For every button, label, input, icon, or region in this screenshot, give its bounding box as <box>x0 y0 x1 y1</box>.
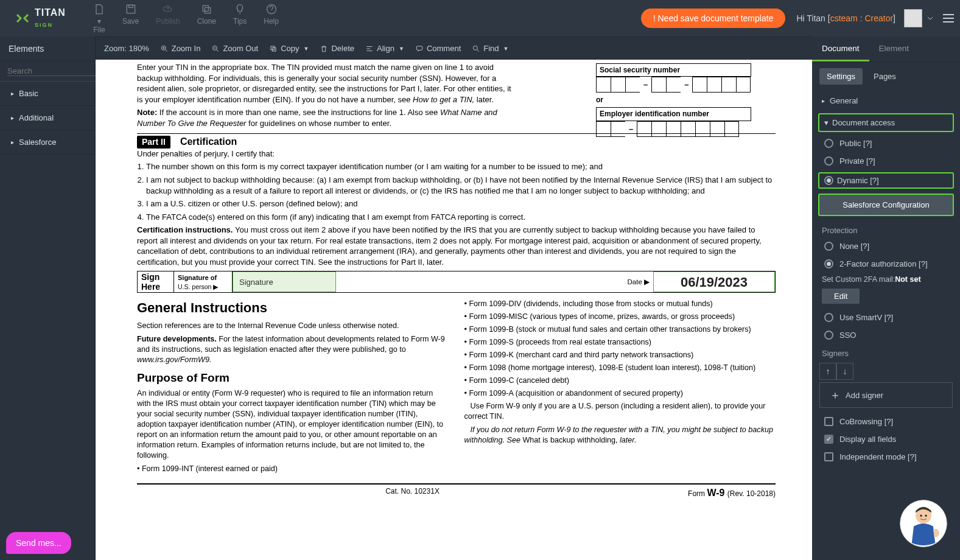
form-list: Form 1099-DIV (dividends, including thos… <box>464 299 776 399</box>
svg-rect-9 <box>272 47 276 51</box>
help-button[interactable]: Help <box>264 3 279 34</box>
display-all-fields-check[interactable]: ✓Display all fields <box>812 430 960 448</box>
find-button[interactable]: Find▼ <box>472 44 508 53</box>
purpose-heading: Purpose of Form <box>137 370 449 386</box>
signer-up[interactable]: ↑ <box>819 363 836 380</box>
menu-button[interactable] <box>943 14 954 23</box>
logo-icon <box>15 11 30 26</box>
tab-element[interactable]: Element <box>869 37 919 61</box>
user-caret-icon[interactable] <box>927 15 933 21</box>
elements-title: Elements <box>0 37 95 61</box>
svg-rect-3 <box>205 7 211 13</box>
pages-subtab[interactable]: Pages <box>866 68 903 85</box>
edit-2fa-button[interactable]: Edit <box>822 289 860 304</box>
signature-row: Sign Here Signature ofU.S. person ▶ Sign… <box>137 271 776 293</box>
settings-subtab[interactable]: Settings <box>819 68 863 85</box>
sidebar-item-additional[interactable]: ▸Additional <box>0 106 95 130</box>
zoom-out-button[interactable]: Zoom Out <box>211 44 258 53</box>
use-smartv[interactable]: Use SmartV [?] <box>812 309 960 326</box>
search-input[interactable] <box>7 66 110 76</box>
section-general[interactable]: ▸General <box>812 91 960 111</box>
access-dynamic[interactable]: Dynamic [?] <box>818 172 954 189</box>
avatar[interactable] <box>904 9 922 27</box>
ssn-section: Social security number –– or Employer id… <box>596 63 751 137</box>
elements-search[interactable] <box>0 61 95 82</box>
add-signer-button[interactable]: ＋Add signer <box>819 382 953 408</box>
custom-2fa-label: Set Custom 2FA mail:Not set <box>812 273 960 286</box>
sidebar-item-basic[interactable]: ▸Basic <box>0 82 95 106</box>
publish-label: Publish <box>156 17 180 26</box>
tips-button[interactable]: Tips <box>233 3 247 34</box>
copy-button[interactable]: Copy▼ <box>269 44 309 53</box>
tin-paragraph: Enter your TIN in the appropriate box. T… <box>137 62 517 105</box>
salesforce-config-button[interactable]: Salesforce Configuration <box>818 194 954 216</box>
chat-bubble[interactable]: Send mes... <box>6 532 71 554</box>
zoom-indicator: Zoom: 180% <box>104 44 149 53</box>
svg-rect-0 <box>127 5 135 13</box>
independent-mode-check[interactable]: Independent mode [?] <box>812 448 960 466</box>
signers-heading: Signers <box>812 344 960 360</box>
mascot-icon[interactable] <box>899 499 948 548</box>
delete-button[interactable]: Delete <box>320 44 354 53</box>
protection-none[interactable]: None [?] <box>812 237 960 255</box>
protection-2fa[interactable]: 2-Factor authorization [?] <box>812 255 960 273</box>
access-public[interactable]: Public [?] <box>812 135 960 152</box>
svg-rect-8 <box>271 46 275 49</box>
cobrowsing-check[interactable]: CoBrowsing [?] <box>812 413 960 430</box>
user-greeting: Hi Titan [csteam : Creator] <box>796 13 895 23</box>
perjury-line: Under penalties of perjury, I certify th… <box>137 149 776 159</box>
sso-option[interactable]: SSO <box>812 326 960 344</box>
save-button[interactable]: Save <box>122 3 139 34</box>
tips-label: Tips <box>233 17 247 26</box>
align-button[interactable]: Align▼ <box>365 44 404 53</box>
sidebar-item-salesforce[interactable]: ▸Salesforce <box>0 130 95 155</box>
certification-list: The number shown on this form is my corr… <box>137 161 776 222</box>
publish-button[interactable]: Publish <box>156 3 180 34</box>
help-label: Help <box>264 17 279 26</box>
clone-label: Clone <box>197 17 216 26</box>
svg-point-15 <box>925 515 927 517</box>
zoom-in-button[interactable]: Zoom In <box>160 44 201 53</box>
document-canvas[interactable]: Enter your TIN in the appropriate box. T… <box>96 60 812 560</box>
logo[interactable]: TITANSIGN <box>6 7 75 29</box>
signer-down[interactable]: ↓ <box>836 363 853 380</box>
access-private[interactable]: Private [?] <box>812 152 960 170</box>
general-instructions-heading: General Instructions <box>137 299 449 317</box>
svg-rect-2 <box>203 5 208 11</box>
doc-footer: Cat. No. 10231XForm W-9 (Rev. 10-2018) <box>137 483 776 500</box>
comment-button[interactable]: Comment <box>415 44 461 53</box>
file-label: File <box>93 26 105 34</box>
protection-heading: Protection <box>812 221 960 237</box>
signature-field[interactable]: Signature <box>233 271 336 292</box>
date-field[interactable]: 06/19/2023 <box>653 271 775 292</box>
file-button[interactable]: ▾File <box>93 3 105 34</box>
save-label: Save <box>122 17 139 26</box>
svg-rect-10 <box>416 46 422 49</box>
tab-document[interactable]: Document <box>812 37 869 61</box>
note-paragraph: Note: If the account is in more than one… <box>137 107 517 128</box>
svg-point-14 <box>920 515 922 517</box>
svg-rect-1 <box>128 5 133 7</box>
section-document-access[interactable]: ▾Document access <box>818 113 954 132</box>
cert-instructions: Certification instructions. You must cro… <box>137 225 776 267</box>
clone-button[interactable]: Clone <box>197 3 216 34</box>
alert-save-template[interactable]: ! Need save document template <box>641 9 786 28</box>
svg-point-11 <box>474 46 478 50</box>
